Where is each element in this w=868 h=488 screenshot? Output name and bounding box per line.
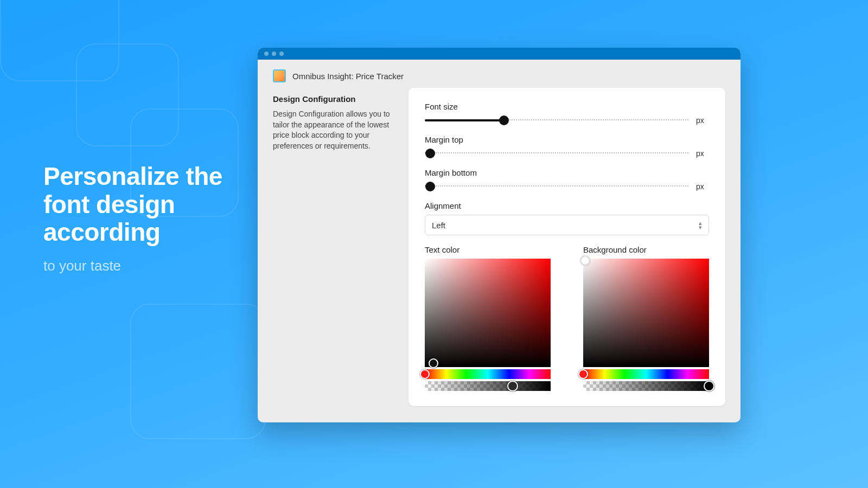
background-color-label: Background color	[583, 245, 709, 254]
font-size-unit: px	[696, 116, 709, 125]
alignment-field: Alignment Left ▴▾	[425, 201, 709, 235]
text-color-alpha[interactable]	[425, 381, 551, 391]
font-size-field: Font size px	[425, 102, 709, 125]
background-color-alpha[interactable]	[583, 381, 709, 391]
promo-headline: Personalize the font design according	[43, 163, 250, 247]
margin-top-label: Margin top	[425, 135, 709, 144]
sidebar: Design Configuration Design Configuratio…	[273, 88, 392, 406]
alignment-value: Left	[432, 221, 445, 230]
window-control-zoom[interactable]	[279, 52, 284, 56]
app-title: Omnibus Insight: Price Tracker	[292, 72, 404, 81]
font-size-label: Font size	[425, 102, 709, 111]
design-panel: Font size px Margin top	[409, 88, 725, 406]
margin-top-slider[interactable]	[425, 149, 688, 158]
background-color-field: Background color	[583, 245, 709, 391]
window-control-minimize[interactable]	[272, 52, 276, 56]
text-color-satval[interactable]	[425, 259, 551, 367]
select-chevrons-icon: ▴▾	[699, 221, 702, 229]
margin-top-unit: px	[696, 149, 709, 158]
margin-top-field: Margin top px	[425, 135, 709, 158]
app-window: Omnibus Insight: Price Tracker Design Co…	[258, 48, 741, 422]
margin-bottom-unit: px	[696, 182, 709, 191]
app-icon	[273, 69, 286, 82]
window-control-close[interactable]	[264, 52, 269, 56]
alignment-label: Alignment	[425, 201, 709, 210]
sidebar-description: Design Configuration allows you to tailo…	[273, 109, 392, 151]
background-color-hue[interactable]	[583, 369, 709, 379]
text-color-hue[interactable]	[425, 369, 551, 379]
alignment-select[interactable]: Left ▴▾	[425, 215, 709, 235]
promo-text: Personalize the font design according to…	[43, 163, 250, 274]
margin-bottom-label: Margin bottom	[425, 168, 709, 177]
background-color-satval[interactable]	[583, 259, 709, 367]
margin-bottom-field: Margin bottom px	[425, 168, 709, 191]
margin-bottom-slider[interactable]	[425, 182, 688, 191]
text-color-label: Text color	[425, 245, 551, 254]
sidebar-heading: Design Configuration	[273, 94, 392, 104]
font-size-slider[interactable]	[425, 115, 688, 125]
promo-subline: to your taste	[43, 258, 250, 274]
window-titlebar	[258, 48, 741, 60]
text-color-field: Text color	[425, 245, 551, 391]
app-header: Omnibus Insight: Price Tracker	[258, 60, 741, 88]
